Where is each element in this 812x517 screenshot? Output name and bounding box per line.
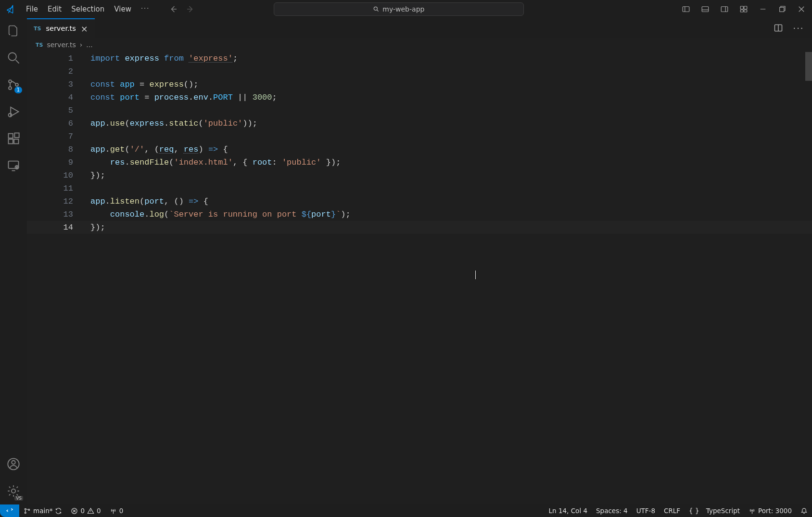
search-icon — [373, 6, 380, 13]
remote-indicator[interactable] — [0, 504, 19, 517]
menu-bar: File Edit Selection View ··· — [21, 2, 154, 16]
status-branch-label: main* — [33, 507, 52, 515]
status-ports-count: 0 — [119, 507, 124, 515]
code-line[interactable]: 10}); — [27, 169, 812, 182]
scm-icon[interactable]: 1 — [6, 77, 21, 92]
status-eol-label: CRLF — [664, 507, 680, 515]
svg-rect-16 — [14, 139, 18, 143]
run-debug-icon[interactable] — [6, 104, 21, 119]
code-content: const app = express(); — [90, 78, 198, 91]
code-content: }); — [90, 169, 105, 182]
overview-ruler[interactable] — [805, 52, 812, 81]
code-line[interactable]: 13 console.log(`Server is running on por… — [27, 208, 812, 221]
status-ports[interactable]: 0 — [105, 504, 128, 517]
breadcrumb[interactable]: TS server.ts › ... — [27, 38, 812, 52]
line-number: 14 — [27, 221, 90, 234]
line-number: 13 — [27, 208, 90, 221]
svg-point-13 — [9, 114, 12, 117]
customize-layout-icon[interactable] — [735, 2, 752, 16]
code-line[interactable]: 12app.listen(port, () => { — [27, 195, 812, 208]
code-line[interactable]: 2 — [27, 65, 812, 78]
status-warnings-count: 0 — [97, 507, 101, 515]
toggle-panel-icon[interactable] — [697, 2, 714, 16]
status-cursor[interactable]: Ln 14, Col 4 — [545, 507, 592, 515]
command-center-text: my-web-app — [382, 5, 424, 13]
menu-file[interactable]: File — [21, 2, 43, 16]
radio-tower-icon — [749, 507, 756, 515]
warning-icon — [87, 507, 94, 515]
braces-icon: { } — [689, 507, 699, 515]
menu-selection[interactable]: Selection — [66, 2, 109, 16]
window-close-button[interactable] — [793, 2, 810, 16]
nav-forward-button[interactable] — [183, 2, 197, 16]
settings-gear-icon[interactable]: VS — [6, 483, 21, 499]
code-line[interactable]: 7 — [27, 130, 812, 143]
sync-icon — [55, 507, 62, 515]
status-language[interactable]: { } TypeScript — [685, 507, 744, 515]
code-editor[interactable]: 1import express from 'express';23const a… — [27, 52, 812, 504]
toggle-secondary-icon[interactable] — [716, 2, 733, 16]
menu-view[interactable]: View — [109, 2, 136, 16]
code-line[interactable]: 14}); — [27, 221, 812, 234]
code-line[interactable]: 11 — [27, 182, 812, 195]
code-line[interactable]: 9 res.sendFile('index.html', { root: 'pu… — [27, 156, 812, 169]
svg-point-0 — [374, 7, 378, 10]
accounts-icon[interactable] — [6, 456, 21, 472]
editor-group: TS server.ts × ··· TS server.ts › ... — [27, 18, 812, 504]
command-center[interactable]: my-web-app — [274, 2, 524, 16]
nav-back-button[interactable] — [167, 2, 180, 16]
svg-rect-8 — [780, 7, 784, 12]
editor-more-icon[interactable]: ··· — [791, 20, 806, 36]
line-number: 8 — [27, 143, 90, 156]
status-encoding-label: UTF-8 — [636, 507, 655, 515]
split-editor-icon[interactable] — [771, 20, 786, 36]
breadcrumb-rest: ... — [86, 41, 92, 49]
status-eol[interactable]: CRLF — [660, 507, 685, 515]
svg-rect-14 — [9, 134, 13, 138]
scm-badge: 1 — [14, 87, 22, 93]
svg-point-9 — [9, 53, 16, 61]
app-logo — [0, 4, 21, 14]
line-number: 11 — [27, 182, 90, 195]
code-content: res.sendFile('index.html', { root: 'publ… — [90, 156, 341, 169]
window-restore-button[interactable] — [774, 2, 791, 16]
extensions-icon[interactable] — [6, 131, 21, 146]
toggle-sidebar-icon[interactable] — [677, 2, 695, 16]
status-branch[interactable]: main* — [19, 504, 66, 517]
svg-rect-17 — [14, 133, 19, 137]
code-line[interactable]: 6app.use(express.static('public')); — [27, 117, 812, 130]
status-encoding[interactable]: UTF-8 — [632, 507, 660, 515]
code-line[interactable]: 8app.get('/', (req, res) => { — [27, 143, 812, 156]
search-activity-icon[interactable] — [6, 50, 21, 65]
status-problems[interactable]: 0 0 — [66, 504, 105, 517]
code-content: app.listen(port, () => { — [90, 195, 208, 208]
svg-rect-15 — [9, 139, 13, 143]
svg-point-29 — [751, 510, 753, 511]
status-language-label: TypeScript — [706, 507, 740, 515]
file-lang-badge: TS — [34, 26, 41, 32]
code-content: import express from 'express'; — [90, 52, 238, 65]
code-line[interactable]: 3const app = express(); — [27, 78, 812, 91]
status-port-forward[interactable]: Port: 3000 — [744, 507, 796, 515]
breadcrumb-lang-badge: TS — [36, 42, 43, 48]
line-number: 4 — [27, 91, 90, 104]
remote-explorer-icon[interactable] — [6, 158, 21, 173]
window-minimize-button[interactable] — [754, 2, 772, 16]
line-number: 1 — [27, 52, 90, 65]
status-errors-count: 0 — [80, 507, 85, 515]
breadcrumb-file: server.ts — [47, 41, 76, 49]
line-number: 9 — [27, 156, 90, 169]
status-indent[interactable]: Spaces: 4 — [592, 507, 632, 515]
code-line[interactable]: 4const port = process.env.PORT || 3000; — [27, 91, 812, 104]
menu-overflow[interactable]: ··· — [136, 2, 154, 16]
explorer-icon[interactable] — [6, 23, 21, 39]
menu-edit[interactable]: Edit — [43, 2, 66, 16]
status-notifications[interactable] — [796, 507, 812, 514]
tab-close-icon[interactable]: × — [81, 24, 88, 34]
tab-server-ts[interactable]: TS server.ts × — [27, 18, 95, 38]
code-line[interactable]: 1import express from 'express'; — [27, 52, 812, 65]
svg-point-21 — [12, 461, 15, 464]
code-content: const port = process.env.PORT || 3000; — [90, 91, 277, 104]
radio-tower-icon — [110, 507, 117, 515]
code-line[interactable]: 5 — [27, 104, 812, 117]
